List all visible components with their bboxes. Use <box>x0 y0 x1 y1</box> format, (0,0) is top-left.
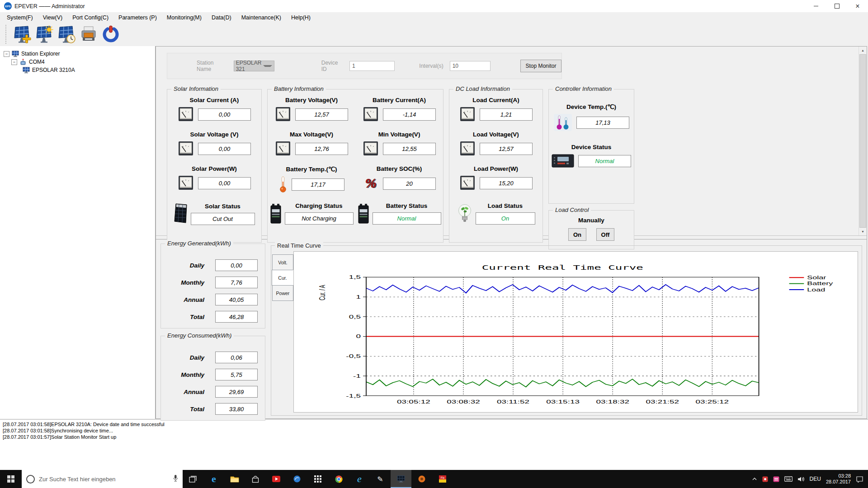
com-port-icon <box>19 59 27 65</box>
svg-text:03:25:12: 03:25:12 <box>696 399 729 404</box>
tab-power[interactable]: Power <box>272 285 293 301</box>
solar-panel-sun-icon <box>35 25 53 43</box>
solar-power-metric: Solar Power(W) 0,00 <box>167 165 261 200</box>
station-name-select[interactable]: EPSOLAR 321 <box>234 61 274 71</box>
svg-text:-1: -1 <box>353 373 361 379</box>
solar-current-label: Solar Current (A) <box>190 97 239 103</box>
monitor-scrollbar[interactable]: ▲ ▼ <box>859 47 867 235</box>
energy-consumed-title: Energy Consumed(kWh) <box>165 332 234 339</box>
workspace: − Station Explorer − COM4 EPSOLAR 3210A … <box>0 46 868 419</box>
solar-voltage-value: 0,00 <box>198 143 251 155</box>
solar-current-value: 0,00 <box>198 108 251 121</box>
fix-app-button[interactable]: Fix <box>432 470 453 488</box>
add-station-button[interactable] <box>13 25 32 44</box>
pen-icon: ✎ <box>377 475 383 483</box>
minimize-button[interactable] <box>806 0 826 12</box>
device-status-value: Normal <box>578 155 631 167</box>
solar-monitor-app-button[interactable] <box>391 470 411 488</box>
collapse-icon[interactable]: − <box>4 51 9 57</box>
charging-status-value: Not Charging <box>285 212 354 225</box>
print-button[interactable] <box>79 25 98 44</box>
meter-icon <box>459 175 476 191</box>
battery-voltage-value: 12,57 <box>295 108 348 121</box>
microphone-icon[interactable] <box>173 474 178 483</box>
exit-button[interactable] <box>101 25 120 44</box>
monitor-form: Station Name EPSOLAR 321 Device ID 1 Int… <box>167 53 562 79</box>
battery-temp-metric: Battery Temp.(℃) 17,17 <box>268 165 355 200</box>
pen-app-button[interactable]: ✎ <box>370 470 391 488</box>
close-button[interactable]: × <box>847 0 868 12</box>
printer-icon <box>80 25 98 43</box>
menu-maintenance[interactable]: Maintenance(K) <box>236 14 286 22</box>
menu-port-config[interactable]: Port Config(C) <box>67 14 113 22</box>
generated-annual-value: 40,05 <box>215 294 258 305</box>
energy-row: Annual 40,05 <box>161 294 265 305</box>
scroll-up-icon[interactable]: ▲ <box>859 47 867 54</box>
battery-temp-value: 17,17 <box>292 178 344 191</box>
file-explorer-button[interactable] <box>224 470 245 488</box>
svg-text:Fix: Fix <box>441 476 445 479</box>
toolbar <box>0 23 868 46</box>
svg-text:03:08:32: 03:08:32 <box>447 399 480 404</box>
load-power-value: 15,20 <box>480 177 533 189</box>
tray-app-icon[interactable] <box>762 476 768 482</box>
solar-current-metric: Solar Current (A) 0,00 <box>167 97 261 131</box>
tree-node-com4[interactable]: − COM4 <box>4 58 155 66</box>
consumed-daily-value: 0,06 <box>215 352 258 363</box>
start-button[interactable] <box>0 470 22 488</box>
menu-system[interactable]: System(F) <box>2 14 38 22</box>
menu-parameters[interactable]: Parameters (P) <box>113 14 162 22</box>
orange-app-button[interactable] <box>411 470 432 488</box>
notification-center-icon[interactable] <box>856 476 863 483</box>
tree-node-station-explorer[interactable]: − Station Explorer <box>4 50 155 58</box>
device-id-field[interactable]: 1 <box>349 61 395 71</box>
interval-field[interactable]: 10 <box>450 61 491 71</box>
svg-text:03:05:12: 03:05:12 <box>397 399 430 404</box>
blue-app-button[interactable] <box>287 470 307 488</box>
menu-help[interactable]: Help(H) <box>286 14 316 22</box>
meter-icon <box>275 107 291 122</box>
all-apps-button[interactable] <box>307 470 328 488</box>
meter-icon <box>178 175 194 191</box>
tab-cur[interactable]: Cur. <box>272 270 293 286</box>
battery-soc-metric: Battery SOC(%) 20 <box>355 165 443 200</box>
chrome-button[interactable] <box>328 470 349 488</box>
tab-volt[interactable]: Volt. <box>272 254 293 270</box>
meter-icon <box>178 107 194 122</box>
menu-data[interactable]: Data(D) <box>207 14 236 22</box>
store-button[interactable] <box>245 470 266 488</box>
taskbar-clock[interactable]: 03:28 28.07.2017 <box>826 473 851 485</box>
station-monitor-button[interactable] <box>35 25 54 44</box>
svg-text:03:18:32: 03:18:32 <box>596 399 629 404</box>
ime-icon[interactable] <box>773 476 779 482</box>
tree-node-device[interactable]: EPSOLAR 3210A <box>4 66 155 74</box>
apps-grid-icon <box>314 475 321 483</box>
language-indicator[interactable]: DEU <box>810 476 821 482</box>
timer-settings-button[interactable] <box>57 25 76 44</box>
menu-monitoring[interactable]: Monitoring(M) <box>162 14 207 22</box>
maximize-button[interactable] <box>826 0 847 12</box>
taskbar-search-input[interactable]: Zur Suche Text hier eingeben <box>22 470 183 488</box>
orange-app-icon <box>418 475 425 483</box>
touch-keyboard-icon[interactable] <box>784 476 793 482</box>
station-name-label: Station Name <box>197 60 227 72</box>
stop-monitor-button[interactable]: Stop Monitor <box>520 60 561 72</box>
media-app-button[interactable] <box>266 470 287 488</box>
taskbar: Zur Suche Text hier eingeben e <box>0 470 868 488</box>
speaker-icon[interactable] <box>797 476 805 482</box>
task-view-button[interactable] <box>183 470 203 488</box>
min-voltage-metric: Min Voltage(V) 12,55 <box>355 131 443 165</box>
collapse-icon[interactable]: − <box>11 59 17 65</box>
solar-group-title: Solar Information <box>171 85 221 92</box>
edge-taskbar-button[interactable]: e <box>203 470 224 488</box>
load-on-button[interactable]: On <box>568 228 586 241</box>
menu-view[interactable]: View(V) <box>38 14 68 22</box>
store-bag-icon <box>252 475 259 483</box>
scrollbar-thumb[interactable] <box>859 54 866 228</box>
device-id-label: Device ID <box>321 60 343 72</box>
internet-explorer-button[interactable]: e <box>349 470 370 488</box>
load-off-button[interactable]: Off <box>596 228 614 241</box>
hidden-icons-chevron-icon[interactable] <box>752 477 757 481</box>
energy-generated-group: Energy Generated(kWh) Daily 0,00 Monthly… <box>160 244 265 328</box>
scroll-down-icon[interactable]: ▼ <box>859 228 867 235</box>
